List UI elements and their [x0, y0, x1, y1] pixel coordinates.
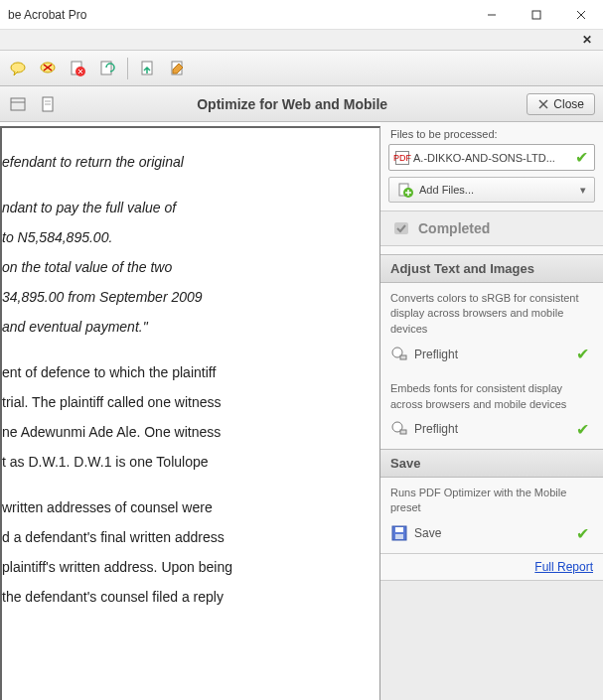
history-icon[interactable]: [8, 94, 28, 114]
close-label: Close: [553, 97, 584, 111]
preflight-row-1: Preflight ✔: [380, 341, 603, 373]
doc-line: trial. The plaintiff called one witness: [2, 388, 370, 416]
doc-line: on the total value of the two: [2, 253, 370, 281]
doc-refresh-icon[interactable]: [97, 59, 117, 78]
optimize-title: Optimize for Web and Mobile: [70, 96, 515, 112]
full-report-row: Full Report: [380, 553, 603, 580]
secondary-toolbar: ✕: [0, 30, 603, 51]
side-panel: Files to be processed: PDF A.-DIKKO-AND-…: [380, 122, 603, 700]
svg-rect-15: [11, 98, 25, 110]
check-icon: ✔: [576, 420, 589, 439]
doc-line: efendant to return the original: [2, 148, 370, 176]
app-title: be Acrobat Pro: [8, 8, 86, 22]
doc-line: t as D.W.1. D.W.1 is one Tolulope: [2, 448, 370, 476]
check-icon: ✔: [576, 524, 589, 543]
check-icon: ✔: [575, 148, 588, 167]
doc-line: ent of defence to which the plaintiff: [2, 358, 370, 386]
window-controls: [469, 0, 603, 30]
preflight-icon: [390, 346, 408, 363]
comment-bubble-icon[interactable]: [8, 59, 28, 78]
doc-line: and eventual payment.": [2, 313, 370, 341]
doc-line: ndant to pay the full value of: [2, 194, 370, 221]
svg-point-4: [11, 63, 25, 72]
save-desc: Runs PDF Optimizer with the Mobile prese…: [380, 478, 603, 520]
completed-icon: [392, 219, 410, 237]
doc-line: ne Adewunmi Ade Ale. One witness: [2, 418, 370, 446]
preflight-label[interactable]: Preflight: [414, 348, 458, 361]
doc-edit-icon[interactable]: [168, 59, 188, 78]
adjust-section-header: Adjust Text and Images: [380, 254, 603, 283]
panel-empty-area: [380, 580, 603, 700]
desc-fonts: Embeds fonts for consistent display acro…: [380, 373, 603, 416]
doc-delete-icon[interactable]: [68, 59, 87, 78]
desc-srgb: Converts colors to sRGB for consistent d…: [380, 283, 603, 341]
doc-line: d a defendant's final written address: [2, 523, 370, 551]
files-label: Files to be processed:: [380, 122, 603, 144]
svg-rect-28: [400, 355, 406, 359]
doc-line: the defendant's counsel filed a reply: [2, 583, 370, 611]
doc-line: written addresses of counsel were: [2, 493, 370, 521]
close-button[interactable]: Close: [527, 93, 595, 115]
save-row: Save ✔: [380, 520, 603, 553]
close-window-button[interactable]: [558, 0, 603, 30]
svg-rect-26: [394, 222, 408, 234]
comment-cancel-icon[interactable]: [38, 59, 58, 78]
check-icon: ✔: [576, 345, 589, 363]
file-name: A.-DIKKO-AND-SONS-LTD...: [413, 152, 571, 164]
svg-rect-33: [395, 534, 403, 539]
doc-line: 34,895.00 from September 2009: [2, 283, 370, 311]
save-label[interactable]: Save: [414, 526, 441, 540]
page-icon[interactable]: [38, 94, 58, 114]
completed-label: Completed: [418, 220, 490, 236]
svg-rect-1: [532, 11, 540, 19]
titlebar: be Acrobat Pro: [0, 0, 603, 30]
svg-rect-32: [395, 527, 403, 532]
add-files-label: Add Files...: [419, 184, 474, 196]
add-file-icon: [397, 182, 413, 198]
add-files-button[interactable]: Add Files... ▾: [388, 177, 595, 203]
doc-export-icon[interactable]: [138, 59, 158, 78]
pdf-icon: PDF: [395, 151, 409, 165]
maximize-button[interactable]: [514, 0, 558, 30]
doc-line: to N5,584,895.00.: [2, 223, 370, 251]
preflight-icon: [390, 420, 408, 438]
preflight-label[interactable]: Preflight: [414, 422, 458, 436]
panel-close-x[interactable]: ✕: [579, 32, 595, 48]
save-icon: [390, 524, 408, 542]
minimize-button[interactable]: [469, 0, 514, 30]
full-report-link[interactable]: Full Report: [534, 560, 593, 574]
save-section-header: Save: [380, 449, 603, 478]
doc-line: plaintiff's written address. Upon being: [2, 553, 370, 581]
completed-status: Completed: [380, 210, 603, 246]
preflight-row-2: Preflight ✔: [380, 416, 603, 449]
caret-down-icon: ▾: [580, 184, 586, 197]
optimize-header: Optimize for Web and Mobile Close: [0, 86, 603, 122]
svg-rect-30: [400, 430, 406, 434]
file-entry[interactable]: PDF A.-DIKKO-AND-SONS-LTD... ✔: [388, 144, 595, 171]
close-icon: [537, 98, 549, 110]
comment-toolbar: [0, 51, 603, 86]
document-view[interactable]: efendant to return the original ndant to…: [0, 126, 380, 700]
separator: [127, 58, 128, 79]
